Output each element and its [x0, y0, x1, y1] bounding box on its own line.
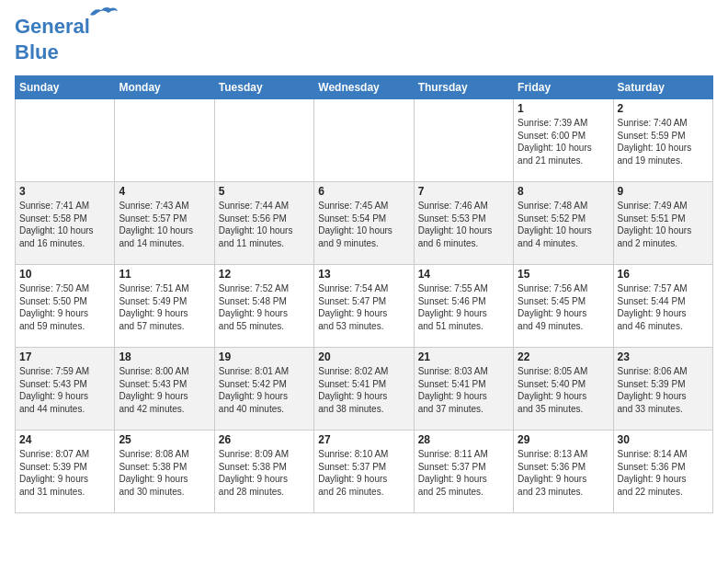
- day-cell: 11Sunrise: 7:51 AM Sunset: 5:49 PM Dayli…: [115, 265, 214, 348]
- day-cell: 30Sunrise: 8:14 AM Sunset: 5:36 PM Dayli…: [613, 431, 712, 513]
- day-number: 25: [119, 433, 210, 446]
- day-number: 4: [119, 185, 210, 198]
- day-number: 16: [618, 268, 709, 281]
- day-number: 20: [318, 350, 409, 363]
- day-number: 17: [19, 350, 110, 363]
- day-number: 12: [219, 268, 310, 281]
- day-number: 10: [19, 268, 110, 281]
- day-cell: 9Sunrise: 7:49 AM Sunset: 5:51 PM Daylig…: [613, 182, 712, 265]
- header: General Blue: [15, 15, 713, 64]
- col-wednesday: Wednesday: [314, 76, 414, 99]
- day-cell: [314, 99, 414, 182]
- day-cell: 3Sunrise: 7:41 AM Sunset: 5:58 PM Daylig…: [16, 182, 115, 265]
- week-row-1: 1Sunrise: 7:39 AM Sunset: 6:00 PM Daylig…: [16, 99, 713, 182]
- day-cell: 23Sunrise: 8:06 AM Sunset: 5:39 PM Dayli…: [613, 348, 712, 431]
- day-cell: 10Sunrise: 7:50 AM Sunset: 5:50 PM Dayli…: [16, 265, 115, 348]
- day-number: 19: [219, 350, 310, 363]
- day-info: Sunrise: 8:08 AM Sunset: 5:38 PM Dayligh…: [119, 448, 210, 498]
- day-info: Sunrise: 8:11 AM Sunset: 5:37 PM Dayligh…: [418, 448, 509, 498]
- col-thursday: Thursday: [414, 76, 513, 99]
- col-sunday: Sunday: [16, 76, 115, 99]
- day-cell: 18Sunrise: 8:00 AM Sunset: 5:43 PM Dayli…: [115, 348, 214, 431]
- col-tuesday: Tuesday: [214, 76, 313, 99]
- day-info: Sunrise: 8:09 AM Sunset: 5:38 PM Dayligh…: [219, 448, 310, 498]
- day-cell: 28Sunrise: 8:11 AM Sunset: 5:37 PM Dayli…: [414, 431, 513, 513]
- logo: General Blue: [15, 15, 90, 64]
- day-cell: 13Sunrise: 7:54 AM Sunset: 5:47 PM Dayli…: [314, 265, 414, 348]
- day-info: Sunrise: 8:07 AM Sunset: 5:39 PM Dayligh…: [19, 448, 110, 498]
- day-cell: 27Sunrise: 8:10 AM Sunset: 5:37 PM Dayli…: [314, 431, 414, 513]
- day-cell: 25Sunrise: 8:08 AM Sunset: 5:38 PM Dayli…: [115, 431, 214, 513]
- day-cell: 15Sunrise: 7:56 AM Sunset: 5:45 PM Dayli…: [514, 265, 613, 348]
- day-number: 22: [518, 350, 609, 363]
- day-number: 21: [418, 350, 509, 363]
- day-cell: 21Sunrise: 8:03 AM Sunset: 5:41 PM Dayli…: [414, 348, 513, 431]
- day-number: 29: [518, 433, 609, 446]
- day-number: 11: [119, 268, 210, 281]
- day-info: Sunrise: 7:41 AM Sunset: 5:58 PM Dayligh…: [19, 200, 110, 249]
- logo-blue: Blue: [15, 40, 90, 64]
- day-info: Sunrise: 7:55 AM Sunset: 5:46 PM Dayligh…: [418, 282, 509, 332]
- day-info: Sunrise: 8:10 AM Sunset: 5:37 PM Dayligh…: [318, 448, 409, 498]
- day-cell: 22Sunrise: 8:05 AM Sunset: 5:40 PM Dayli…: [514, 348, 613, 431]
- day-cell: 29Sunrise: 8:13 AM Sunset: 5:36 PM Dayli…: [514, 431, 613, 513]
- day-info: Sunrise: 8:03 AM Sunset: 5:41 PM Dayligh…: [418, 365, 509, 415]
- day-cell: 6Sunrise: 7:45 AM Sunset: 5:54 PM Daylig…: [314, 182, 414, 265]
- day-info: Sunrise: 7:49 AM Sunset: 5:51 PM Dayligh…: [618, 200, 709, 249]
- day-info: Sunrise: 7:57 AM Sunset: 5:44 PM Dayligh…: [618, 282, 709, 332]
- day-number: 30: [618, 433, 709, 446]
- day-cell: 19Sunrise: 8:01 AM Sunset: 5:42 PM Dayli…: [214, 348, 313, 431]
- day-info: Sunrise: 7:48 AM Sunset: 5:52 PM Dayligh…: [518, 200, 609, 249]
- day-cell: 8Sunrise: 7:48 AM Sunset: 5:52 PM Daylig…: [514, 182, 613, 265]
- day-info: Sunrise: 7:45 AM Sunset: 5:54 PM Dayligh…: [318, 200, 409, 249]
- day-number: 1: [518, 102, 609, 115]
- day-number: 7: [418, 185, 509, 198]
- day-info: Sunrise: 7:46 AM Sunset: 5:53 PM Dayligh…: [418, 200, 509, 249]
- week-row-4: 17Sunrise: 7:59 AM Sunset: 5:43 PM Dayli…: [16, 348, 713, 431]
- day-cell: 26Sunrise: 8:09 AM Sunset: 5:38 PM Dayli…: [214, 431, 313, 513]
- col-saturday: Saturday: [613, 76, 712, 99]
- day-number: 15: [518, 268, 609, 281]
- day-info: Sunrise: 7:54 AM Sunset: 5:47 PM Dayligh…: [318, 282, 409, 332]
- day-info: Sunrise: 8:14 AM Sunset: 5:36 PM Dayligh…: [618, 448, 709, 498]
- day-cell: 7Sunrise: 7:46 AM Sunset: 5:53 PM Daylig…: [414, 182, 513, 265]
- day-number: 14: [418, 268, 509, 281]
- day-info: Sunrise: 8:06 AM Sunset: 5:39 PM Dayligh…: [618, 365, 709, 415]
- day-number: 2: [618, 102, 709, 115]
- day-info: Sunrise: 7:39 AM Sunset: 6:00 PM Dayligh…: [518, 117, 609, 167]
- day-number: 6: [318, 185, 409, 198]
- day-number: 23: [618, 350, 709, 363]
- week-row-2: 3Sunrise: 7:41 AM Sunset: 5:58 PM Daylig…: [16, 182, 713, 265]
- day-cell: [115, 99, 214, 182]
- day-cell: [214, 99, 313, 182]
- day-info: Sunrise: 8:00 AM Sunset: 5:43 PM Dayligh…: [119, 365, 210, 415]
- calendar-table: SundayMondayTuesdayWednesdayThursdayFrid…: [15, 75, 713, 513]
- day-number: 9: [618, 185, 709, 198]
- day-cell: 24Sunrise: 8:07 AM Sunset: 5:39 PM Dayli…: [16, 431, 115, 513]
- day-info: Sunrise: 8:02 AM Sunset: 5:41 PM Dayligh…: [318, 365, 409, 415]
- day-cell: 16Sunrise: 7:57 AM Sunset: 5:44 PM Dayli…: [613, 265, 712, 348]
- day-info: Sunrise: 7:51 AM Sunset: 5:49 PM Dayligh…: [119, 282, 210, 332]
- day-cell: 14Sunrise: 7:55 AM Sunset: 5:46 PM Dayli…: [414, 265, 513, 348]
- day-number: 24: [19, 433, 110, 446]
- col-friday: Friday: [514, 76, 613, 99]
- day-cell: [16, 99, 115, 182]
- day-cell: 1Sunrise: 7:39 AM Sunset: 6:00 PM Daylig…: [514, 99, 613, 182]
- day-info: Sunrise: 8:05 AM Sunset: 5:40 PM Dayligh…: [518, 365, 609, 415]
- day-cell: 20Sunrise: 8:02 AM Sunset: 5:41 PM Dayli…: [314, 348, 414, 431]
- calendar-header-row: SundayMondayTuesdayWednesdayThursdayFrid…: [16, 76, 713, 99]
- day-cell: 17Sunrise: 7:59 AM Sunset: 5:43 PM Dayli…: [16, 348, 115, 431]
- day-info: Sunrise: 7:50 AM Sunset: 5:50 PM Dayligh…: [19, 282, 110, 332]
- day-cell: 4Sunrise: 7:43 AM Sunset: 5:57 PM Daylig…: [115, 182, 214, 265]
- day-cell: 12Sunrise: 7:52 AM Sunset: 5:48 PM Dayli…: [214, 265, 313, 348]
- day-number: 28: [418, 433, 509, 446]
- day-info: Sunrise: 7:40 AM Sunset: 5:59 PM Dayligh…: [618, 117, 709, 167]
- day-number: 27: [318, 433, 409, 446]
- logo-text: General: [15, 15, 90, 38]
- day-info: Sunrise: 8:01 AM Sunset: 5:42 PM Dayligh…: [219, 365, 310, 415]
- day-number: 13: [318, 268, 409, 281]
- day-cell: 5Sunrise: 7:44 AM Sunset: 5:56 PM Daylig…: [214, 182, 313, 265]
- day-cell: [414, 99, 513, 182]
- day-info: Sunrise: 7:59 AM Sunset: 5:43 PM Dayligh…: [19, 365, 110, 415]
- day-number: 18: [119, 350, 210, 363]
